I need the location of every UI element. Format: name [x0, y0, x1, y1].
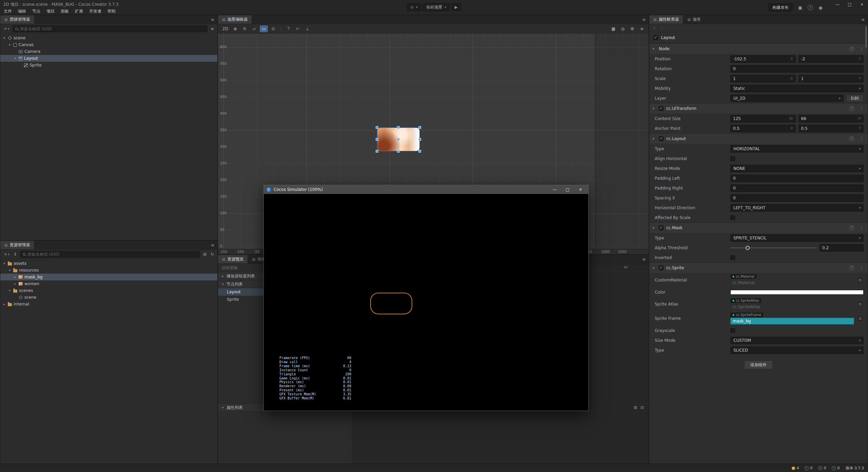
simulator-window[interactable]: Cocos Simulator (100%) — □ × Framerate (…: [263, 185, 589, 411]
dropdown[interactable]: NONE▾: [730, 165, 864, 172]
scene-menu-button[interactable]: ≡: [638, 25, 646, 32]
hierarchy-search[interactable]: [13, 25, 208, 32]
status-notices[interactable]: !0: [832, 466, 840, 470]
simulator-minimize-button[interactable]: —: [550, 187, 560, 192]
tree-row-scene[interactable]: ▾scene: [0, 35, 217, 41]
play-button[interactable]: ▶: [451, 3, 461, 11]
value-input[interactable]: [801, 116, 857, 121]
simulator-titlebar[interactable]: Cocos Simulator (100%) — □ ×: [264, 185, 588, 194]
asset-locate-button[interactable]: ⊡: [857, 301, 864, 308]
help-icon[interactable]: ?: [849, 106, 854, 111]
checkbox[interactable]: [730, 215, 735, 220]
help-icon[interactable]: ?: [849, 46, 854, 51]
dropdown[interactable]: LEFT_TO_RIGHT▾: [730, 204, 864, 212]
resize-handle[interactable]: [418, 138, 421, 141]
section-header-cc-layout[interactable]: ▾cc.Layout?⋮: [649, 134, 868, 144]
expand-arrow-icon[interactable]: ▸: [13, 275, 17, 279]
expand-arrow-icon[interactable]: ▾: [8, 289, 12, 292]
checkbox[interactable]: [730, 328, 735, 333]
value-input[interactable]: [733, 176, 861, 181]
section-menu-icon[interactable]: ⋮: [860, 46, 864, 51]
section-header-cc-mask[interactable]: ▾cc.Mask?⋮: [649, 223, 868, 233]
selected-sprite-gizmo[interactable]: [377, 128, 419, 151]
value-input[interactable]: [822, 245, 861, 250]
tree-row-camera[interactable]: Camera: [0, 48, 217, 55]
chevron-down-icon[interactable]: ▾: [653, 47, 656, 51]
expand-arrow-icon[interactable]: ▾: [2, 262, 6, 265]
checkbox[interactable]: [730, 156, 735, 161]
chevron-down-icon[interactable]: ▾: [653, 137, 656, 140]
tab-hierarchy[interactable]: ▤ 层级管理器: [0, 15, 34, 24]
component-enabled-checkbox[interactable]: [659, 106, 664, 111]
resize-handle[interactable]: [397, 150, 400, 153]
tree-row-scenes[interactable]: ▾scenes: [0, 287, 217, 294]
value-input[interactable]: [801, 57, 857, 61]
value-input[interactable]: [801, 76, 857, 81]
resize-handle[interactable]: [418, 150, 421, 153]
asset-value[interactable]: cc.SpriteAtlas: [730, 303, 854, 310]
hierarchy-search-input[interactable]: [20, 26, 205, 31]
component-enabled-checkbox[interactable]: [659, 266, 664, 270]
tree-row-mask-bg[interactable]: ▸mask_bg: [0, 274, 217, 280]
align-top-button[interactable]: ⊤: [284, 25, 293, 32]
assets-search[interactable]: [20, 251, 200, 258]
user-icon[interactable]: ◉: [817, 5, 824, 10]
align-bottom-button[interactable]: ⊥: [303, 25, 312, 32]
tab-scene-editor[interactable]: ▤ 场景编辑器: [218, 15, 252, 24]
scene-select[interactable]: 当前场景 ▾: [422, 3, 450, 11]
resize-handle[interactable]: [376, 138, 378, 141]
preview-target-select[interactable]: ⊙ ▾: [407, 3, 421, 11]
mode-2d-button[interactable]: 2D: [221, 25, 230, 32]
slider[interactable]: [730, 248, 817, 248]
menu-0[interactable]: 文件: [1, 8, 15, 15]
tree-row-sprite[interactable]: Sprite: [0, 62, 217, 68]
panel-menu-icon[interactable]: ≡: [208, 15, 217, 24]
section-menu-icon[interactable]: ⋮: [860, 136, 864, 141]
history-back-icon[interactable]: ‹: [653, 25, 655, 31]
tree-row-internal[interactable]: ▸internal: [0, 301, 217, 308]
expand-arrow-icon[interactable]: ▾: [8, 43, 12, 46]
resize-handle[interactable]: [397, 126, 400, 129]
tab-[interactable]: ▤服务: [683, 15, 705, 24]
tree-row-canvas[interactable]: ▾Canvas: [0, 41, 217, 48]
panel-menu-icon[interactable]: ≡: [639, 15, 649, 24]
sort-assets-icon[interactable]: ↕: [13, 252, 18, 257]
timeline-grid-icon[interactable]: ⊞: [634, 405, 637, 410]
section-header-node[interactable]: ▾Node?⋮: [649, 44, 868, 54]
dropdown[interactable]: Static▾: [730, 85, 864, 92]
value-input[interactable]: [801, 126, 857, 131]
package-icon[interactable]: ▣: [797, 5, 804, 10]
section-header-cc-sprite[interactable]: ▾cc.Sprite?⋮: [649, 263, 868, 273]
tab-assets[interactable]: ▤ 资源管理器: [0, 241, 34, 249]
section-menu-icon[interactable]: ⋮: [860, 106, 864, 111]
edit-layer-button[interactable]: Edit: [846, 95, 864, 102]
close-button[interactable]: ×: [856, 0, 868, 9]
help-icon[interactable]: ?: [849, 266, 854, 270]
refresh-assets-icon[interactable]: ↻: [210, 252, 215, 257]
timeline-list-icon[interactable]: ⊟: [640, 405, 644, 410]
menu-5[interactable]: 扩展: [72, 8, 86, 15]
help-icon[interactable]: ?: [808, 5, 813, 10]
tree-row-resources[interactable]: ▾resources: [0, 267, 217, 274]
tab-[interactable]: ▤属性检查器: [649, 15, 683, 24]
scale-tool-button[interactable]: ▱: [250, 25, 258, 32]
checkbox[interactable]: [730, 255, 735, 260]
value-input[interactable]: [733, 76, 789, 81]
resize-handle[interactable]: [418, 126, 421, 129]
chevron-down-icon[interactable]: ▾: [653, 266, 656, 270]
slider-knob[interactable]: [746, 246, 750, 250]
grid-toggle-button[interactable]: ▦: [609, 25, 617, 32]
tree-row-scene[interactable]: scene: [0, 294, 217, 301]
inspector-scrollbar[interactable]: [865, 26, 867, 48]
section-header-cc-uitransform[interactable]: ▾cc.UITransform?⋮: [649, 103, 868, 114]
expand-arrow-icon[interactable]: ▸: [13, 282, 17, 286]
chevron-down-icon[interactable]: ▾: [653, 107, 656, 110]
asset-value[interactable]: mask_bg: [730, 318, 854, 324]
rect-tool-button[interactable]: ▭: [260, 25, 268, 32]
asset-locate-button[interactable]: ⊡: [857, 277, 864, 283]
simulator-close-button[interactable]: ×: [575, 187, 586, 192]
tab-[interactable]: ▤资源预览: [218, 255, 248, 263]
history-forward-icon[interactable]: ›: [660, 25, 662, 31]
dropdown[interactable]: CUSTOM▾: [730, 337, 864, 344]
chevron-down-icon[interactable]: ▾: [653, 226, 656, 230]
